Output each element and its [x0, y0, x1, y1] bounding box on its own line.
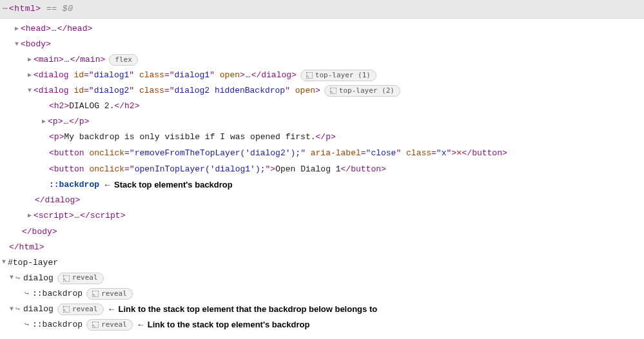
- annotation-backdrop-link: Link to the stack top element's backdrop: [148, 317, 310, 333]
- target-icon: [92, 322, 99, 328]
- node-p-collapsed[interactable]: ▶ <p>…</p>: [0, 114, 644, 130]
- top-layer-backdrop-2[interactable]: ↪ ::backdrop reveal ← Link to the stack …: [0, 317, 644, 333]
- expand-arrow-icon[interactable]: ▶: [26, 54, 34, 66]
- hook-icon: ↪: [24, 318, 32, 332]
- target-icon: [63, 275, 70, 282]
- breadcrumb-dots: ⋯: [3, 4, 9, 14]
- dom-tree: ▶ <head>…</head> ▼ <body> ▶ <main>…</mai…: [0, 19, 644, 339]
- pseudo-backdrop: ::backdrop: [49, 177, 99, 193]
- target-icon: [330, 88, 337, 94]
- top-layer-label: #top-layer: [8, 255, 58, 271]
- badge-flex[interactable]: flex: [109, 54, 138, 66]
- annotation-dialog-link: Link to the stack top element that the b…: [119, 302, 378, 317]
- expand-arrow-icon[interactable]: ▶: [26, 70, 34, 82]
- target-icon: [306, 72, 313, 79]
- expand-arrow-icon[interactable]: ▶: [40, 116, 48, 128]
- badge-top-layer-1[interactable]: top-layer (1): [300, 70, 376, 81]
- node-script[interactable]: ▶ <script>…</script>: [0, 208, 644, 224]
- badge-reveal[interactable]: reveal: [86, 288, 133, 300]
- badge-reveal[interactable]: reveal: [86, 319, 133, 331]
- expand-arrow-icon[interactable]: ▶: [26, 210, 34, 222]
- collapse-arrow-icon[interactable]: ▼: [0, 257, 8, 269]
- node-button-open[interactable]: <button onclick="openInTopLayer('dialog1…: [0, 162, 644, 177]
- arrow-left-icon: ←: [133, 317, 148, 333]
- node-h2[interactable]: <h2>DIALOG 2.</h2>: [0, 99, 644, 114]
- node-main[interactable]: ▶ <main>…</main> flex: [0, 52, 644, 68]
- close-x-icon: ✕: [456, 145, 462, 162]
- node-backdrop-pseudo[interactable]: ::backdrop ← Stack top element's backdro…: [0, 177, 644, 193]
- collapse-arrow-icon[interactable]: ▼: [26, 85, 34, 97]
- hook-icon: ↪: [15, 302, 23, 316]
- node-dialog2[interactable]: ▼ <dialog id="dialog2" class="dialog2 hi…: [0, 83, 644, 99]
- breadcrumb-tag[interactable]: <html>: [9, 4, 41, 14]
- node-head[interactable]: ▶ <head>…</head>: [0, 21, 644, 37]
- badge-reveal[interactable]: reveal: [57, 304, 104, 315]
- expand-arrow-icon[interactable]: ▶: [13, 23, 21, 35]
- node-body[interactable]: ▼ <body>: [0, 37, 644, 52]
- node-p-text[interactable]: <p>My backdrop is only visible if I was …: [0, 130, 644, 145]
- node-top-layer[interactable]: ▼ #top-layer: [0, 255, 644, 271]
- breadcrumb-eq: == $0: [41, 4, 73, 14]
- hook-icon: ↪: [24, 287, 32, 301]
- node-dialog2-close[interactable]: </dialog>: [0, 193, 644, 208]
- hook-icon: ↪: [15, 271, 23, 286]
- annotation-backdrop-inline: Stack top element's backdrop: [114, 177, 233, 193]
- top-layer-dialog-1[interactable]: ▼ ↪ dialog reveal: [0, 271, 644, 286]
- arrow-left-icon: ←: [99, 177, 114, 193]
- node-body-close[interactable]: </body>: [0, 224, 644, 240]
- badge-top-layer-2[interactable]: top-layer (2): [324, 85, 400, 97]
- collapse-arrow-icon[interactable]: ▼: [8, 304, 15, 316]
- node-dialog1[interactable]: ▶ <dialog id="dialog1" class="dialog1" o…: [0, 68, 644, 83]
- target-icon: [92, 291, 99, 297]
- top-layer-dialog-2[interactable]: ▼ ↪ dialog reveal ← Link to the stack to…: [0, 302, 644, 317]
- breadcrumb-bar: ⋯<html> == $0: [0, 0, 644, 19]
- badge-reveal[interactable]: reveal: [57, 273, 104, 284]
- node-html-close[interactable]: </html>: [0, 240, 644, 255]
- arrow-left-icon: ←: [104, 302, 119, 317]
- collapse-arrow-icon[interactable]: ▼: [8, 272, 15, 284]
- target-icon: [63, 306, 70, 313]
- collapse-arrow-icon[interactable]: ▼: [13, 39, 21, 51]
- top-layer-backdrop-1[interactable]: ↪ ::backdrop reveal: [0, 286, 644, 302]
- node-button-close[interactable]: <button onclick="removeFromTheTopLayer('…: [0, 145, 644, 162]
